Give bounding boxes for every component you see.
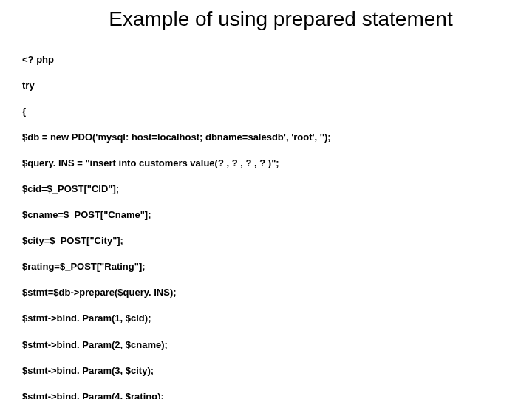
code-line: <? php [22, 53, 510, 66]
code-line: try [22, 79, 510, 92]
code-line: $stmt->bind. Param(3, $city); [22, 364, 510, 378]
code-line: $city=$_POST["City"]; [22, 234, 510, 248]
code-line: $cid=$_POST["CID"]; [22, 183, 510, 196]
code-line: $stmt->bind. Param(2, $cname); [22, 338, 510, 352]
code-line: $query. INS = "insert into customers val… [22, 157, 510, 170]
slide-title: Example of using prepared statement [52, 7, 510, 31]
code-line: $stmt=$db->prepare($query. INS); [22, 286, 510, 299]
code-example: <? php try { $db = new PDO('mysql: host=… [22, 40, 510, 399]
code-line: $stmt->bind. Param(4, $rating); [22, 390, 510, 399]
code-line: $db = new PDO('mysql: host=localhost; db… [22, 131, 510, 144]
code-line: $rating=$_POST["Rating"]; [22, 260, 510, 273]
code-line: $stmt->bind. Param(1, $cid); [22, 312, 510, 325]
code-line: $cname=$_POST["Cname"]; [22, 208, 510, 222]
code-line: { [22, 105, 510, 118]
